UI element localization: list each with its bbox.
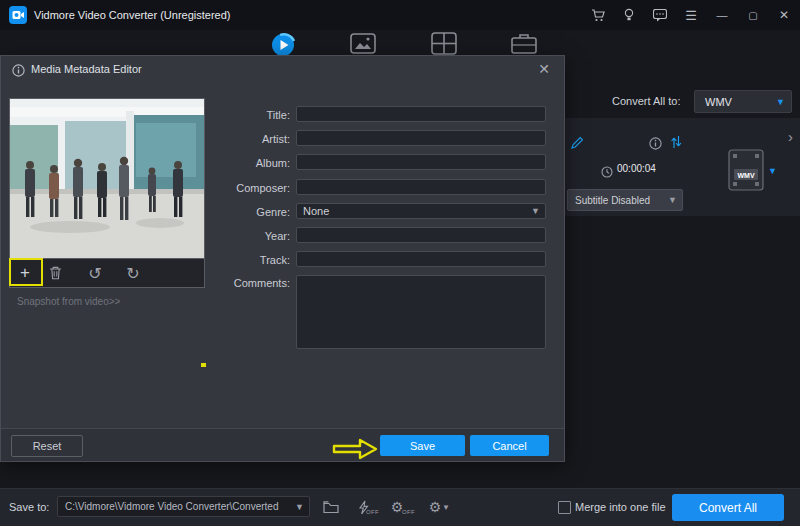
video-thumbnail (10, 99, 204, 258)
composer-label: Composer: (200, 182, 290, 194)
undo-icon[interactable]: ↺ (80, 261, 110, 285)
panel-expand-chevron-icon[interactable]: › (788, 128, 793, 145)
title-input[interactable] (296, 106, 546, 122)
edit-icon[interactable] (570, 136, 584, 154)
output-format-dropdown[interactable]: WMV ▼ (694, 90, 792, 113)
merge-checkbox-label: Merge into one file (575, 501, 666, 513)
title-label: Title: (200, 109, 290, 121)
reset-button[interactable]: Reset (11, 435, 83, 457)
save-button[interactable]: Save (380, 435, 465, 456)
subtitle-value: Subtitle Disabled (575, 195, 650, 206)
app-window: Vidmore Video Converter (Unregistered) ☰… (0, 0, 800, 526)
clock-icon (601, 164, 613, 182)
chevron-down-icon: ▼ (531, 206, 540, 216)
dialog-title: Media Metadata Editor (31, 63, 142, 75)
bulb-icon[interactable] (621, 7, 637, 23)
dialog-close-icon[interactable]: ✕ (538, 61, 550, 77)
year-input[interactable] (296, 227, 546, 243)
video-thumbnail-panel: + ↺ ↻ (9, 98, 205, 288)
comments-label: Comments: (200, 277, 290, 289)
svg-text:WMV: WMV (737, 172, 754, 179)
open-folder-icon[interactable] (320, 497, 342, 517)
titlebar-controls: ☰ — ▢ ✕ (590, 0, 792, 30)
high-speed-off-badge: OFF (402, 509, 415, 515)
artist-input[interactable] (296, 130, 546, 146)
acceleration-off-badge: OFF (366, 509, 379, 515)
cart-icon[interactable] (590, 7, 606, 23)
chevron-down-icon: ▼ (776, 97, 785, 107)
track-input[interactable] (296, 251, 546, 267)
redo-icon[interactable]: ↻ (118, 261, 148, 285)
cancel-button[interactable]: Cancel (470, 435, 549, 456)
comments-textarea[interactable] (296, 275, 546, 349)
info-icon[interactable] (649, 136, 662, 154)
minimize-icon[interactable]: — (714, 7, 730, 23)
genre-dropdown[interactable]: None ▼ (296, 203, 546, 219)
dialog-info-icon (12, 63, 25, 81)
genre-label: Genre: (200, 206, 290, 218)
titlebar: Vidmore Video Converter (Unregistered) ☰… (0, 0, 800, 30)
artist-label: Artist: (200, 133, 290, 145)
convert-all-to-label: Convert All to: (612, 95, 680, 107)
annotation-dot (201, 363, 206, 367)
snapshot-from-video-link[interactable]: Snapshot from video>> (17, 296, 120, 307)
window-title: Vidmore Video Converter (Unregistered) (34, 9, 230, 21)
output-path-dropdown[interactable]: C:\Vidmore\Vidmore Video Converter\Conve… (57, 496, 310, 517)
genre-value: None (303, 205, 329, 217)
media-metadata-editor-dialog: Media Metadata Editor ✕ (0, 55, 565, 462)
thumbnail-toolbar: + ↺ ↻ (10, 258, 204, 287)
composer-input[interactable] (296, 179, 546, 195)
album-label: Album: (200, 157, 290, 169)
subtitle-dropdown[interactable]: Subtitle Disabled ▼ (567, 189, 683, 211)
output-format-value: WMV (705, 96, 732, 108)
merge-checkbox[interactable] (558, 501, 571, 514)
menu-icon[interactable]: ☰ (683, 7, 699, 23)
bottom-bar: Save to: C:\Vidmore\Vidmore Video Conver… (0, 488, 800, 526)
output-file-type-icon[interactable]: WMV (728, 149, 764, 195)
app-logo-icon (9, 6, 27, 24)
chevron-down-icon: ▼ (295, 502, 304, 512)
dialog-footer: Reset Save Cancel (1, 428, 564, 461)
settings-chevron-icon[interactable]: ▼ (442, 503, 450, 512)
convert-all-button[interactable]: Convert All (672, 494, 784, 521)
close-icon[interactable]: ✕ (776, 7, 792, 23)
sort-arrows-icon[interactable] (670, 135, 682, 153)
track-label: Track: (200, 254, 290, 266)
output-type-chevron-icon[interactable]: ▼ (768, 166, 777, 176)
maximize-icon[interactable]: ▢ (745, 7, 761, 23)
feedback-icon[interactable] (652, 7, 668, 23)
chevron-down-icon: ▼ (668, 195, 677, 205)
duration-value: 00:00:04 (617, 163, 656, 174)
year-label: Year: (200, 230, 290, 242)
output-path-value: C:\Vidmore\Vidmore Video Converter\Conve… (58, 501, 295, 512)
save-to-label: Save to: (9, 501, 49, 513)
add-snapshot-icon[interactable]: + (10, 261, 40, 285)
delete-icon[interactable] (40, 261, 70, 285)
album-input[interactable] (296, 154, 546, 170)
